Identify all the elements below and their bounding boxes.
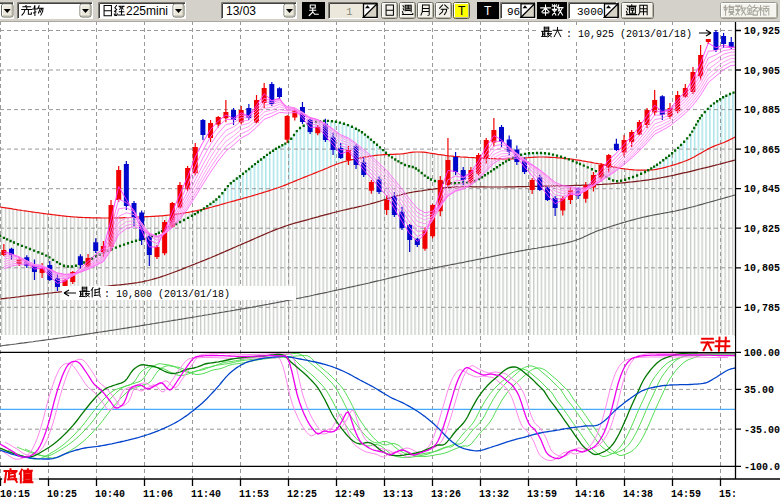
svg-text:11:53: 11:53 — [239, 489, 269, 500]
svg-text:11:40: 11:40 — [191, 489, 221, 500]
svg-text:10,785: 10,785 — [744, 303, 780, 314]
svg-text:225mini: 225mini — [126, 4, 168, 18]
svg-text:14:38: 14:38 — [623, 489, 653, 500]
svg-text:1: 1 — [346, 6, 353, 18]
svg-text:12:49: 12:49 — [335, 489, 365, 500]
svg-text:10,845: 10,845 — [744, 184, 780, 195]
svg-text:T: T — [458, 4, 466, 18]
svg-text:100.00: 100.00 — [744, 348, 780, 359]
svg-text:10,865: 10,865 — [744, 145, 780, 156]
svg-text:10,905: 10,905 — [744, 66, 780, 77]
svg-text:10:25: 10:25 — [47, 489, 77, 500]
svg-text:3000: 3000 — [577, 6, 603, 18]
svg-text:: 10,800 (2013/01/18): : 10,800 (2013/01/18) — [104, 289, 230, 300]
svg-text:10:40: 10:40 — [95, 489, 125, 500]
svg-text:-100.00: -100.00 — [744, 462, 780, 473]
svg-text:13:59: 13:59 — [527, 489, 557, 500]
svg-text:10,925: 10,925 — [744, 26, 780, 37]
svg-text:T: T — [484, 4, 492, 18]
svg-text:13:26: 13:26 — [431, 489, 461, 500]
svg-text:14:16: 14:16 — [575, 489, 605, 500]
svg-text:13:32: 13:32 — [479, 489, 509, 500]
svg-text:96: 96 — [507, 6, 520, 18]
svg-text:11:06: 11:06 — [143, 489, 173, 500]
svg-text:13/03: 13/03 — [226, 4, 256, 18]
svg-text:14:59: 14:59 — [671, 489, 701, 500]
svg-text:-35.00: -35.00 — [744, 425, 780, 436]
svg-text:10,805: 10,805 — [744, 263, 780, 274]
svg-text:10,885: 10,885 — [744, 105, 780, 116]
svg-text:: 10,925 (2013/01/18): : 10,925 (2013/01/18) — [566, 29, 692, 40]
svg-text:13:13: 13:13 — [383, 489, 413, 500]
svg-text:10:15: 10:15 — [0, 489, 30, 500]
svg-text:12:25: 12:25 — [287, 489, 317, 500]
svg-text:35.00: 35.00 — [744, 385, 774, 396]
svg-text:10,825: 10,825 — [744, 224, 780, 235]
